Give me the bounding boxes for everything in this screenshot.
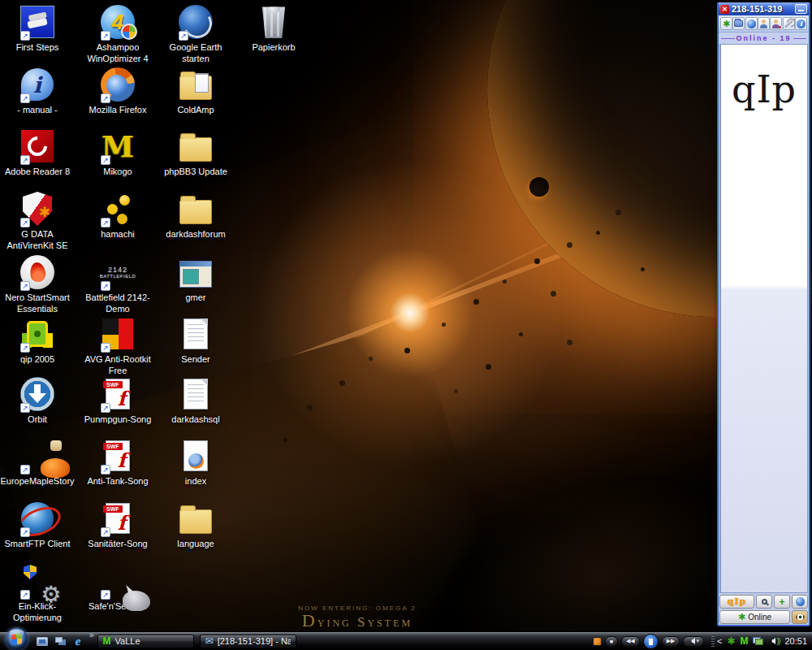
globe-icon-button[interactable]	[745, 17, 758, 30]
desktop-icon-label: - manual -	[0, 105, 75, 116]
pause-button[interactable]	[643, 634, 659, 649]
desktop-icon-label: language	[158, 539, 233, 550]
shortcut-arrow-icon: ↗	[101, 465, 110, 474]
desktop-icon-battlefield-2142-demo[interactable]: ↗ Battlefield 2142-Demo	[80, 253, 155, 315]
qip-toolbar: ✱i	[719, 15, 809, 32]
app-icon	[179, 76, 212, 100]
settings-wrench-icon-button[interactable]	[783, 17, 795, 30]
info-icon-button[interactable]: i	[795, 17, 807, 30]
shortcut-arrow-icon: ↗	[20, 281, 30, 291]
desktop-icon-darkdashforum[interactable]: darkdashforum	[158, 189, 233, 240]
desktop-icon-sanitaeter-song[interactable]: ↗ Sanitäter-Song	[80, 499, 155, 550]
deskband-grip[interactable]	[711, 636, 715, 647]
desktop-icon-label: darkdashsql	[158, 414, 233, 426]
media-app-icon[interactable]	[593, 637, 602, 646]
desktop-icon-mikogo[interactable]: ↗ Mikogo	[80, 127, 155, 178]
search-button[interactable]	[756, 595, 772, 609]
desktop-icon-coldamp[interactable]: ColdAmp	[158, 65, 233, 116]
desktop-icon-safensec-pro[interactable]: ↗ Safe'n'Sec Pro	[80, 561, 155, 613]
qip-logo: qIp	[721, 67, 807, 111]
desktop-icon-grid: ↗ First Steps ↗ Ashampoo WinOptimizer 4 …	[0, 0, 812, 650]
desktop-icon-label: Nero StartSmart Essentials	[0, 292, 75, 315]
shortcut-arrow-icon: ↗	[20, 155, 30, 165]
speaker-icon	[768, 638, 775, 644]
switch-windows-icon	[55, 637, 63, 643]
stop-button[interactable]: ■	[605, 636, 618, 647]
tray-clock[interactable]: 20:51	[784, 636, 807, 646]
start-button[interactable]	[6, 628, 28, 650]
shortcut-arrow-icon: ↗	[20, 93, 30, 103]
desktop-icon-darkdashsql[interactable]: darkdashsql	[158, 375, 233, 426]
internet-explorer-button[interactable]: e	[71, 635, 84, 647]
desktop-icon-europemaplestory[interactable]: ↗ EuropeMapleStory	[0, 436, 75, 488]
desktop-icon-manual[interactable]: ↗ - manual -	[0, 65, 75, 116]
user-card-icon-button[interactable]	[770, 17, 782, 30]
task-qip-message[interactable]: ✉ [218-151-319] - Nac...	[200, 635, 296, 648]
desktop-icon-hamachi[interactable]: ↗ hamachi	[80, 189, 155, 240]
switch-windows-button[interactable]	[54, 635, 67, 647]
desktop-icon-anti-tank-song[interactable]: ↗ Anti-Tank-Song	[80, 436, 155, 488]
desktop-icon-sender[interactable]: Sender	[158, 314, 233, 366]
qip-menu-button[interactable]: qIp	[719, 595, 754, 609]
mikogo-icon: M	[103, 636, 111, 646]
volume-button[interactable]: ▾	[683, 636, 704, 647]
desktop-icon-papierkorb[interactable]: Papierkorb	[236, 2, 311, 54]
contact-group-header[interactable]: Online - 19	[719, 32, 809, 44]
contacts-folder-icon-button[interactable]	[732, 17, 745, 30]
quick-launch-bar: e	[36, 635, 84, 647]
tray-qip-icon[interactable]: ✱	[727, 636, 735, 646]
desktop-icon-phpbb3-update[interactable]: phpBB3 Update	[158, 127, 233, 178]
desktop-icon-language[interactable]: language	[158, 499, 233, 550]
desktop-icon-nero-startsmart-essentials[interactable]: ↗ Nero StartSmart Essentials	[0, 253, 75, 315]
desktop-icon-first-steps[interactable]: ↗ First Steps	[0, 2, 75, 54]
contact-list[interactable]: qIp	[719, 44, 808, 593]
desktop-icon-label: darkdashforum	[158, 229, 233, 240]
desktop-icon-index[interactable]: index	[158, 436, 233, 488]
qip-flower-icon-button[interactable]: ✱	[720, 17, 732, 30]
minimize-button[interactable]	[795, 4, 807, 14]
search-user-icon-button[interactable]	[758, 17, 770, 30]
settings-wrench-icon	[784, 20, 793, 28]
desktop-icon-avg-anti-rootkit-free[interactable]: ↗ AVG Anti-Rootkit Free	[80, 314, 155, 377]
desktop-icon-label: Ashampoo WinOptimizer 4	[80, 42, 155, 65]
tray-volume-icon[interactable]: ))	[768, 637, 780, 645]
desktop-icon-mozilla-firefox[interactable]: ↗ Mozilla Firefox	[80, 65, 155, 116]
next-button[interactable]: ▶▶	[662, 636, 680, 647]
desktop-icon-gmer[interactable]: gmer	[158, 253, 233, 304]
previous-button[interactable]: ◀◀	[621, 636, 640, 647]
desktop-icon-label: Mikogo	[80, 167, 155, 178]
quick-launch-overflow-chevron[interactable]: »	[89, 630, 94, 639]
desktop-icon-smartftp-client[interactable]: ↗ SmartFTP Client	[0, 499, 75, 550]
desktop-icon-ein-klick-optimierung[interactable]: ↗ Ein-Klick-Optimierung	[0, 561, 75, 624]
shortcut-arrow-icon: ↗	[101, 590, 110, 600]
desktop-icon-qip-2005[interactable]: ↗ qip 2005	[0, 314, 75, 366]
shortcut-arrow-icon: ↗	[101, 403, 110, 413]
app-icon	[100, 266, 136, 279]
desktop-icon-label: qip 2005	[0, 354, 75, 366]
desktop-icon-label: Papierkorb	[236, 42, 311, 54]
show-desktop-button[interactable]	[36, 635, 49, 647]
task-mikogo-valle[interactable]: M VaLLe	[97, 635, 194, 648]
desktop-icon-punmpgun-song[interactable]: ↗ Punmpgun-Song	[80, 375, 155, 426]
app-icon	[184, 318, 208, 349]
status-label: Online	[748, 613, 771, 622]
qip-titlebar[interactable]: ✕ 218-151-319	[719, 2, 809, 15]
task-button-label: VaLLe	[115, 636, 140, 646]
desktop-icon-gdata-antivirenkit-se[interactable]: ↗ G DATA AntiVirenKit SE	[0, 189, 75, 252]
sound-waves-icon: ))	[776, 637, 780, 645]
web-button[interactable]	[792, 595, 808, 609]
desktop-icon-google-earth-starten[interactable]: ↗ Google Earth starten	[158, 2, 233, 65]
tray-collapse-arrow[interactable]: <	[717, 636, 722, 646]
tray-network-icon[interactable]	[753, 637, 763, 645]
desktop-icon-adobe-reader-8[interactable]: ↗ Adobe Reader 8	[0, 127, 75, 178]
desktop-icon-label: Sanitäter-Song	[80, 539, 155, 550]
add-contact-button[interactable]: +	[774, 595, 790, 609]
status-button[interactable]: ✱ Online	[719, 610, 790, 624]
shortcut-arrow-icon: ↗	[20, 403, 30, 413]
status-flower-icon: ✱	[738, 613, 745, 622]
qip-button-logo: qIp	[728, 596, 747, 607]
tray-mikogo-icon[interactable]: M	[740, 635, 748, 647]
desktop-icon-ashampoo-winoptimizer-4[interactable]: ↗ Ashampoo WinOptimizer 4	[80, 2, 155, 65]
desktop-icon-orbit[interactable]: ↗ Orbit	[0, 375, 75, 426]
privacy-eye-button[interactable]	[792, 610, 808, 624]
